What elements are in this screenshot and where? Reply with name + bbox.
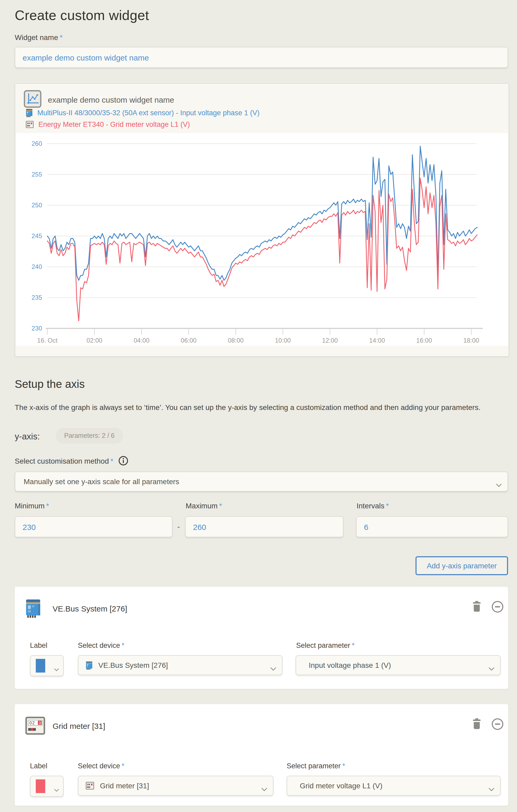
collapse-card-button[interactable] [491,601,504,615]
chevron-down-icon [54,785,59,794]
chart-widget-icon [24,90,41,110]
minimum-input[interactable] [15,516,173,537]
chevron-down-icon [54,664,59,674]
label-column-header: Label [30,641,47,649]
svg-text:0: 0 [29,721,32,725]
chart-plot-area: 23023524024525025526016. Oct02:0004:0006… [16,133,508,346]
svg-text:240: 240 [32,263,42,270]
chevron-down-icon [270,664,276,673]
legend-label: MultiPlus-II 48/3000/35-32 (50A ext sens… [37,109,260,117]
select-device-label: Select device* [78,641,124,649]
preview-title: example demo custom widget name [48,95,174,104]
chevron-down-icon [262,784,267,793]
svg-text:14:00: 14:00 [369,337,385,344]
intervals-label: Intervals* [357,501,389,510]
minimum-label: Minimum* [15,501,49,510]
range-separator: - [177,522,180,531]
multiplus-inverter-icon [26,108,33,117]
delete-card-button[interactable] [472,601,481,614]
minus-circle-icon [491,718,504,730]
label-column-header: Label [30,762,47,770]
chevron-down-icon [496,480,502,489]
chevron-down-icon [489,664,494,673]
svg-text:250: 250 [32,202,42,209]
svg-text:02:00: 02:00 [87,337,102,344]
energy-meter-icon [86,781,94,790]
trash-icon [472,718,481,729]
card-title: VE.Bus System [276] [53,604,127,613]
svg-text:08:00: 08:00 [228,337,244,344]
widget-name-label: Widget name* [15,33,63,41]
svg-text:10:00: 10:00 [275,337,291,344]
device-select[interactable]: Grid meter [31] [78,776,273,796]
svg-text:18:00: 18:00 [463,337,479,344]
widget-preview-panel: example demo custom widget name MultiPlu… [15,83,509,357]
svg-text:255: 255 [32,171,42,178]
series-color-swatch [36,779,45,793]
parameter-card-grid-meter: 0 2 3 Grid meter [31] Label Select devi [15,704,508,806]
parameter-card-vebus: VE.Bus System [276] Label Select device*… [15,587,508,689]
svg-text:245: 245 [32,232,42,239]
required-asterisk: * [60,33,63,41]
svg-text:3: 3 [39,721,41,725]
energy-meter-icon [26,120,34,128]
trash-icon [472,601,481,612]
select-parameter-label: Select parameter* [296,641,355,649]
legend-item-multiplus: MultiPlus-II 48/3000/35-32 (50A ext sens… [26,108,260,117]
delete-card-button[interactable] [472,718,481,731]
series-color-swatch [36,659,45,672]
energy-meter-icon: 0 2 3 [25,716,45,738]
svg-text:260: 260 [32,140,42,147]
info-icon[interactable] [119,456,129,466]
svg-text:16. Oct: 16. Oct [37,337,58,344]
parameter-select[interactable]: Grid meter voltage L1 (V) [286,776,501,796]
card-title: Grid meter [31] [53,722,105,730]
multiplus-inverter-icon [25,598,41,620]
legend-item-energy-meter: Energy Meter ET340 - Grid meter voltage … [26,120,190,128]
setup-axis-description: The x-axis of the graph is always set to… [15,402,506,413]
setup-axis-heading: Setup the axis [15,378,85,390]
page-title: Create custom widget [15,7,149,24]
widget-name-input[interactable] [15,47,508,68]
add-y-axis-parameter-button[interactable]: Add y-axis parameter [416,556,508,575]
intervals-input[interactable] [356,516,508,537]
device-select[interactable]: VE.Bus System [276] [78,655,282,675]
collapse-card-button[interactable] [491,718,504,732]
svg-text:06:00: 06:00 [181,337,196,344]
svg-text:04:00: 04:00 [133,337,149,344]
minus-circle-icon [491,601,504,613]
multiplus-inverter-icon [86,661,93,670]
svg-text:235: 235 [32,294,42,301]
svg-text:230: 230 [32,325,42,332]
label-color-select[interactable] [30,776,64,797]
customisation-method-label: Select customisation method* [15,456,129,466]
create-custom-widget-page: Create custom widget Widget name* exampl… [0,0,517,812]
y-axis-label: y-axis: [15,432,40,441]
parameters-count-badge: Parameters: 2 / 6 [56,428,123,444]
maximum-label: Maximum* [186,501,222,510]
customisation-method-select[interactable]: Manually set one y-axis scale for all pa… [15,471,508,492]
chevron-down-icon [489,784,494,793]
svg-text:2: 2 [32,721,35,725]
maximum-input[interactable] [185,516,343,537]
svg-text:16:00: 16:00 [416,337,432,344]
label-color-select[interactable] [30,655,64,676]
line-chart: 23023524024525025526016. Oct02:0004:0006… [16,133,508,346]
required-asterisk: * [111,457,113,465]
svg-text:12:00: 12:00 [322,337,338,344]
select-device-label: Select device* [78,762,124,770]
parameter-select[interactable]: Input voltage phase 1 (V) [296,655,501,675]
legend-label: Energy Meter ET340 - Grid meter voltage … [38,120,190,128]
select-parameter-label: Select parameter* [286,762,345,770]
